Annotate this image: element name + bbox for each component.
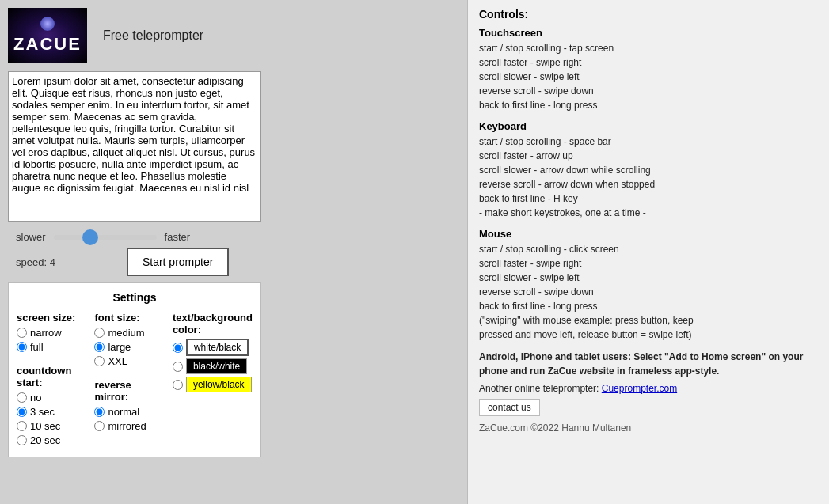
countdown-3sec-label: 3 sec (30, 406, 55, 418)
touchscreen-title: Touchscreen (479, 27, 818, 39)
color-yellow-black-badge: yellow/black (186, 377, 252, 392)
screen-full-radio[interactable] (17, 342, 27, 352)
mouse-content: start / stop scrolling - click screen sc… (479, 242, 818, 342)
keyboard-section: Keyboard start / stop scrolling - space … (479, 120, 818, 220)
color-black-white-badge: black/white (186, 358, 247, 374)
keyboard-content: start / stop scrolling - space bar scrol… (479, 135, 818, 220)
font-large-radio[interactable] (94, 342, 105, 352)
cueprompter-link[interactable]: Cueprompter.com (602, 383, 677, 394)
prompter-textarea[interactable]: Lorem ipsum dolor sit amet, consectetur … (8, 71, 261, 222)
countdown-no-option[interactable]: no (17, 392, 86, 404)
settings-title: Settings (17, 291, 253, 304)
color-col: text/backgroundcolor: white/black black/… (173, 312, 253, 449)
other-prompter: Another online teleprompter: Cueprompter… (479, 383, 818, 394)
countdown-20sec-radio[interactable] (17, 435, 27, 445)
right-panel: Controls: Touchscreen start / stop scrol… (467, 0, 829, 504)
color-black-white-radio[interactable] (173, 362, 183, 372)
settings-columns: screen size: narrow full countdown start… (17, 312, 253, 449)
screen-narrow-label: narrow (30, 327, 62, 339)
textarea-wrapper: Lorem ipsum dolor sit amet, consectetur … (8, 71, 261, 222)
font-large-option[interactable]: large (94, 341, 164, 353)
screen-full-label: full (30, 341, 44, 353)
speed-row: slower faster (8, 231, 459, 243)
font-xxl-radio[interactable] (94, 356, 105, 366)
font-xxl-option[interactable]: XXL (94, 355, 164, 367)
keyboard-title: Keyboard (479, 120, 818, 132)
site-title: Free teleprompter (103, 28, 203, 43)
android-notice: Android, iPhone and tablet users: Select… (479, 350, 818, 378)
color-white-black-radio[interactable] (173, 343, 183, 353)
logo-dot (40, 17, 55, 31)
countdown-10sec-label: 10 sec (30, 420, 60, 432)
speed-value: 4 (50, 256, 55, 268)
logo-text: ZACUE (13, 34, 82, 55)
countdown-10sec-radio[interactable] (17, 421, 27, 431)
font-size-label: font size: (94, 312, 164, 324)
font-size-col: font size: medium large XXL reverse mirr… (94, 312, 164, 449)
screen-narrow-option[interactable]: narrow (17, 327, 86, 339)
left-panel: ZACUE Free teleprompter Lorem ipsum dolo… (0, 0, 467, 504)
screen-narrow-radio[interactable] (17, 328, 27, 338)
countdown-20sec-option[interactable]: 20 sec (17, 434, 86, 446)
speed-label-faster: faster (165, 231, 191, 243)
color-white-black-badge: white/black (186, 339, 249, 356)
contact-link[interactable]: contact us (488, 402, 531, 413)
mirror-normal-label: normal (108, 406, 139, 418)
font-large-label: large (108, 341, 131, 353)
speed-display: speed: 4 (16, 256, 55, 268)
screen-size-col: screen size: narrow full countdown start… (17, 312, 86, 449)
countdown-no-radio[interactable] (17, 392, 27, 403)
copyright: ZaCue.com ©2022 Hannu Multanen (479, 423, 818, 434)
contact-box[interactable]: contact us (479, 399, 540, 416)
reverse-mirror-label: reverse mirror: (94, 379, 164, 403)
speed-slider[interactable] (54, 235, 157, 240)
mirror-normal-radio[interactable] (94, 407, 105, 417)
countdown-3sec-option[interactable]: 3 sec (17, 406, 86, 418)
settings-box: Settings screen size: narrow full countd… (8, 282, 261, 457)
font-medium-label: medium (108, 327, 144, 339)
color-white-black-option[interactable]: white/black (173, 339, 253, 356)
controls-title: Controls: (479, 8, 818, 21)
font-medium-radio[interactable] (94, 328, 105, 338)
logo-box: ZACUE (8, 8, 87, 63)
touchscreen-content: start / stop scrolling - tap screen scro… (479, 41, 818, 112)
mirror-normal-option[interactable]: normal (94, 406, 164, 418)
mirror-mirrored-option[interactable]: mirrored (94, 420, 164, 432)
color-label: text/backgroundcolor: (173, 312, 253, 335)
mirror-mirrored-radio[interactable] (94, 421, 105, 431)
font-xxl-label: XXL (108, 355, 127, 367)
mouse-title: Mouse (479, 228, 818, 240)
mouse-section: Mouse start / stop scrolling - click scr… (479, 228, 818, 342)
countdown-label: countdown start: (17, 365, 86, 388)
start-prompter-button[interactable]: Start prompter (127, 248, 229, 276)
speed-label-slower: slower (16, 231, 46, 243)
countdown-no-label: no (30, 392, 41, 404)
top-area: Lorem ipsum dolor sit amet, consectetur … (8, 71, 459, 229)
screen-full-option[interactable]: full (17, 341, 86, 353)
color-yellow-black-radio[interactable] (173, 380, 183, 390)
mirror-mirrored-label: mirrored (108, 420, 146, 432)
screen-size-label: screen size: (17, 312, 86, 324)
font-medium-option[interactable]: medium (94, 327, 164, 339)
logo-inner: ZACUE (13, 17, 82, 55)
countdown-20sec-label: 20 sec (30, 434, 60, 446)
countdown-10sec-option[interactable]: 10 sec (17, 420, 86, 432)
touchscreen-section: Touchscreen start / stop scrolling - tap… (479, 27, 818, 112)
color-yellow-black-option[interactable]: yellow/black (173, 377, 253, 392)
start-row: speed: 4 Start prompter (16, 248, 459, 276)
color-black-white-option[interactable]: black/white (173, 358, 253, 374)
countdown-3sec-radio[interactable] (17, 407, 27, 417)
header: ZACUE Free teleprompter (8, 8, 459, 63)
